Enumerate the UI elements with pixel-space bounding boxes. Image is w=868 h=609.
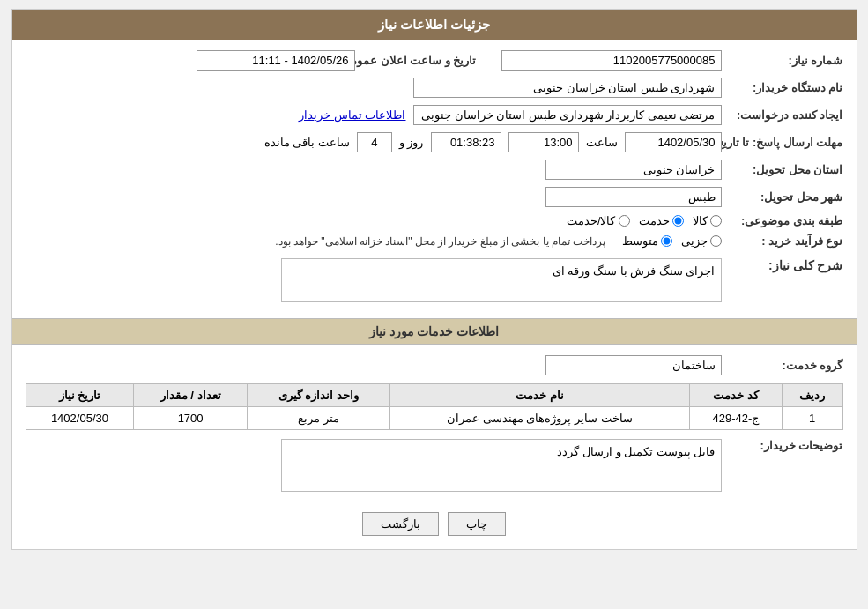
cell-service-name: ساخت سایر پروژه‌های مهندسی عمران bbox=[389, 407, 689, 430]
cell-row-num: 1 bbox=[782, 407, 842, 430]
col-date: تاریخ نیاز bbox=[26, 384, 134, 407]
services-table: ردیف کد خدمت نام خدمت واحد اندازه گیری ت… bbox=[26, 383, 843, 430]
date-value: 1402/05/26 - 11:11 bbox=[197, 50, 355, 71]
category-goods-service[interactable]: کالا/خدمت bbox=[567, 214, 630, 227]
services-title: اطلاعات خدمات مورد نیاز bbox=[369, 324, 500, 338]
table-row: 1 ج-42-429 ساخت سایر پروژه‌های مهندسی عم… bbox=[26, 407, 842, 430]
buyer-notes-value: فایل پیوست تکمیل و ارسال گردد bbox=[557, 445, 715, 458]
page-title: جزئیات اطلاعات نیاز bbox=[378, 17, 490, 32]
need-description-row: شرح کلی نیاز: اجرای سنگ فرش با سنگ ورقه … bbox=[26, 258, 843, 302]
deadline-row: مهلت ارسال پاسخ: تا تاریخ: 1402/05/30 سا… bbox=[26, 129, 843, 156]
cell-service-code: ج-42-429 bbox=[690, 407, 783, 430]
creator-value: مرتضی نعیمی کاربردار شهرداری طبس استان خ… bbox=[413, 105, 722, 125]
creator-label: ایجاد کننده درخواست: bbox=[729, 108, 843, 122]
buyer-org-value: شهرداری طبس استان خراسان جنوبی bbox=[413, 78, 722, 98]
remaining-days: 4 bbox=[357, 132, 392, 152]
remaining-time: 01:38:23 bbox=[431, 132, 501, 152]
creator-row: ایجاد کننده درخواست: مرتضی نعیمی کاربردا… bbox=[26, 101, 843, 129]
service-group-value: ساختمان bbox=[545, 355, 722, 375]
category-goods-service-label: کالا/خدمت bbox=[567, 214, 616, 227]
city-value: طبس bbox=[545, 187, 722, 207]
back-button[interactable]: بازگشت bbox=[362, 512, 439, 536]
deadline-label: مهلت ارسال پاسخ: تا تاریخ: bbox=[729, 136, 843, 149]
col-unit: واحد اندازه گیری bbox=[247, 384, 389, 407]
category-row: طبقه بندی موضوعی: کالا خدمت کالا/خدمت bbox=[26, 211, 843, 231]
need-description-label: شرح کلی نیاز: bbox=[729, 258, 843, 272]
buyer-notes-row: توضیحات خریدار: فایل پیوست تکمیل و ارسال… bbox=[26, 439, 843, 492]
process-medium-label: متوسط bbox=[622, 234, 658, 248]
col-service-code: کد خدمت bbox=[690, 384, 783, 407]
province-label: استان محل تحویل: bbox=[729, 163, 843, 176]
category-service[interactable]: خدمت bbox=[639, 214, 684, 227]
process-row: نوع فرآیند خرید : جزیی متوسط پرداخت تمام… bbox=[26, 231, 843, 251]
category-service-label: خدمت bbox=[639, 214, 670, 227]
cell-quantity: 1700 bbox=[134, 407, 247, 430]
main-container: جزئیات اطلاعات نیاز شماره نیاز: 11020057… bbox=[11, 9, 857, 550]
process-label: نوع فرآیند خرید : bbox=[729, 234, 843, 248]
province-value: خراسان جنوبی bbox=[545, 160, 722, 180]
cell-date: 1402/05/30 bbox=[26, 407, 134, 430]
announcement-row: شماره نیاز: 1102005775000085 تاریخ و ساع… bbox=[26, 47, 843, 74]
city-row: شهر محل تحویل: طبس bbox=[26, 183, 843, 211]
remaining-time-label: ساعت باقی مانده bbox=[264, 136, 350, 149]
creator-contact-link[interactable]: اطلاعات تماس خریدار bbox=[299, 108, 405, 122]
category-radio-group: کالا خدمت کالا/خدمت bbox=[567, 214, 722, 227]
services-section-header: اطلاعات خدمات مورد نیاز bbox=[12, 318, 857, 345]
process-medium[interactable]: متوسط bbox=[622, 234, 672, 248]
announcement-number-label: شماره نیاز: bbox=[729, 54, 843, 67]
col-row-num: ردیف bbox=[782, 384, 842, 407]
need-description-section: شرح کلی نیاز: اجرای سنگ فرش با سنگ ورقه … bbox=[26, 258, 843, 302]
col-service-name: نام خدمت bbox=[389, 384, 689, 407]
province-row: استان محل تحویل: خراسان جنوبی bbox=[26, 156, 843, 183]
bottom-buttons: چاپ بازگشت bbox=[12, 499, 857, 549]
content-area: شماره نیاز: 1102005775000085 تاریخ و ساع… bbox=[12, 40, 857, 309]
process-medium-radio[interactable] bbox=[661, 235, 672, 247]
buyer-notes-label: توضیحات خریدار: bbox=[729, 439, 843, 452]
service-group-label: گروه خدمت: bbox=[729, 359, 843, 372]
col-quantity: تعداد / مقدار bbox=[134, 384, 247, 407]
category-goods-service-radio[interactable] bbox=[619, 215, 630, 227]
process-note: پرداخت تمام یا بخشی از مبلغ خریدار از مح… bbox=[275, 235, 605, 248]
announcement-number-value: 1102005775000085 bbox=[501, 50, 722, 71]
category-goods-radio[interactable] bbox=[710, 215, 722, 227]
buyer-notes-box: فایل پیوست تکمیل و ارسال گردد bbox=[281, 439, 722, 492]
buyer-org-label: نام دستگاه خریدار: bbox=[729, 81, 843, 94]
category-label: طبقه بندی موضوعی: bbox=[729, 214, 843, 227]
deadline-time-label: ساعت bbox=[586, 136, 618, 149]
buyer-org-row: نام دستگاه خریدار: شهرداری طبس استان خرا… bbox=[26, 74, 843, 101]
process-partial[interactable]: جزیی bbox=[681, 234, 722, 248]
category-goods[interactable]: کالا bbox=[693, 214, 722, 227]
city-label: شهر محل تحویل: bbox=[729, 190, 843, 204]
process-partial-radio[interactable] bbox=[710, 235, 722, 247]
deadline-time: 13:00 bbox=[508, 132, 579, 152]
date-label: تاریخ و ساعت اعلان عمومی: bbox=[362, 54, 477, 67]
remaining-days-label: روز و bbox=[399, 136, 424, 149]
process-radio-group: جزیی متوسط bbox=[622, 234, 722, 248]
category-goods-label: کالا bbox=[693, 214, 708, 227]
need-description-box: اجرای سنگ فرش با سنگ ورقه ای bbox=[281, 258, 722, 302]
service-group-row: گروه خدمت: ساختمان bbox=[26, 352, 843, 379]
category-service-radio[interactable] bbox=[672, 215, 684, 227]
cell-unit: متر مربع bbox=[247, 407, 389, 430]
services-content: گروه خدمت: ساختمان ردیف کد خدمت نام خدمت… bbox=[12, 345, 857, 499]
process-partial-label: جزیی bbox=[681, 234, 708, 248]
need-description-value: اجرای سنگ فرش با سنگ ورقه ای bbox=[553, 264, 716, 278]
page-header: جزئیات اطلاعات نیاز bbox=[12, 10, 857, 40]
print-button[interactable]: چاپ bbox=[448, 512, 506, 536]
deadline-date: 1402/05/30 bbox=[625, 132, 722, 152]
